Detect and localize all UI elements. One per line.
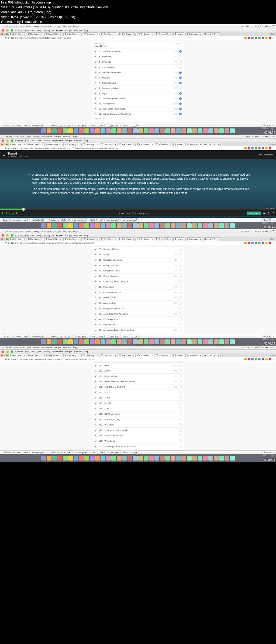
chrome-menu-item[interactable]: Window: [74, 234, 82, 237]
lesson-item[interactable]: 41.@Configuration: [92, 316, 184, 322]
download-item[interactable]: adv of oop.jpeg ▾: [122, 451, 139, 454]
dashboard-link[interactable]: Go to Dashboard: [257, 154, 273, 156]
dock-app-icon[interactable]: [84, 456, 89, 461]
window-close[interactable]: [1, 355, 3, 356]
play-icon[interactable]: [94, 253, 97, 256]
browser-tab[interactable]: Inbox (1,3)…×: [203, 143, 220, 146]
reload-button[interactable]: ↻: [5, 147, 7, 149]
mac-menu-item[interactable]: Bookmarks: [42, 346, 52, 349]
dock-app-icon[interactable]: [95, 128, 100, 133]
tab-close-icon[interactable]: ×: [97, 238, 98, 240]
extension-icon[interactable]: [248, 37, 250, 39]
tab-close-icon[interactable]: ×: [218, 33, 219, 35]
lesson-item[interactable]: 146.SOAP Encoding: [92, 417, 184, 422]
mac-menu-item[interactable]: History: [33, 25, 39, 28]
browser-tab[interactable]: Code Man…×: [185, 32, 202, 36]
chrome-menu-item[interactable]: Help: [84, 29, 88, 32]
dock-app-icon[interactable]: [225, 456, 229, 461]
browser-tab[interactable]: Wireless R…×: [155, 32, 173, 36]
play-icon[interactable]: [94, 97, 97, 100]
dock-app-icon[interactable]: [79, 223, 84, 228]
chrome-menu-item[interactable]: Chrome: [15, 350, 23, 353]
browser-tab[interactable]: The Comp…×: [81, 237, 99, 241]
dock-app-icon[interactable]: [111, 339, 116, 344]
dock-app-icon[interactable]: [138, 456, 143, 461]
mac-menu-item[interactable]: People: [54, 230, 61, 233]
search-icon[interactable]: ⌕: [270, 135, 271, 138]
play-icon[interactable]: [94, 370, 97, 372]
lesson-item[interactable]: 141.WSDL: [92, 390, 184, 395]
dock-app-icon[interactable]: [63, 456, 68, 461]
chrome-menu-item[interactable]: File: [25, 139, 29, 142]
chrome-menu-item[interactable]: Chrome: [15, 29, 23, 32]
chevron-down-icon[interactable]: ▾: [102, 219, 103, 221]
tab-close-icon[interactable]: ×: [60, 33, 61, 35]
browser-tab[interactable]: Home×: [173, 143, 185, 146]
mac-menu-item[interactable]: People: [54, 25, 61, 28]
reload-button[interactable]: ↻: [5, 358, 7, 360]
play-icon[interactable]: [94, 71, 97, 74]
dock-app-icon[interactable]: [187, 223, 192, 228]
mac-menu-item[interactable]: Help: [73, 25, 77, 28]
dock-app-icon[interactable]: [47, 456, 51, 461]
chrome-menu-item[interactable]: Edit: [31, 139, 34, 142]
play-icon[interactable]: [94, 413, 97, 415]
dock-app-icon[interactable]: [187, 339, 192, 344]
dock-app-icon[interactable]: [41, 128, 46, 133]
lesson-item[interactable]: 32.Lifecycle of Bean1:04: [92, 268, 184, 273]
download-item[interactable]: TextWrangler_5.5.2.dmg ▾: [47, 218, 71, 222]
download-item[interactable]: Kotlin (1).pptx ▾: [89, 218, 105, 222]
play-icon[interactable]: [94, 323, 97, 326]
lesson-item[interactable]: 28.Scopes of Bean: [92, 246, 184, 252]
lesson-item[interactable]: 39.Empty String Injection: [92, 306, 184, 311]
mac-menu-item[interactable]: Bookmarks: [42, 135, 52, 138]
dock-app-icon[interactable]: [90, 223, 95, 228]
minimize-button[interactable]: [6, 139, 9, 142]
continue-button[interactable]: Continue ›: [247, 212, 261, 215]
browser-tab[interactable]: IntelliJ dow…×: [8, 237, 26, 241]
chrome-menu-item[interactable]: Bookmarks: [52, 139, 63, 142]
extension-icon[interactable]: [251, 147, 254, 149]
mac-menu-item[interactable]: View: [26, 25, 30, 28]
back-button[interactable]: ‹: [2, 147, 2, 149]
reload-button[interactable]: ↻: [5, 242, 7, 244]
browser-tab[interactable]: The Comp…×: [100, 32, 118, 36]
browser-tab[interactable]: The Comp…×: [118, 32, 136, 36]
maximize-button[interactable]: [11, 29, 13, 32]
extension-icon[interactable]: [251, 358, 254, 360]
extension-icon[interactable]: [269, 37, 271, 39]
chrome-menu-item[interactable]: Window: [74, 29, 82, 32]
dock-app-icon[interactable]: [198, 223, 202, 228]
window-max[interactable]: [6, 144, 8, 145]
url-text[interactable]: https://www.udemy.com/the-advance-java-i…: [19, 358, 94, 360]
download-item[interactable]: oop_eva.jpeg ▾: [106, 218, 121, 222]
forward-button[interactable]: ›: [4, 147, 4, 149]
dock-app-icon[interactable]: [181, 339, 186, 344]
download-item[interactable]: TextWrangler_5.5.2.dmg ▾: [47, 451, 71, 454]
minimize-button[interactable]: [6, 29, 9, 32]
dock-app-icon[interactable]: [74, 456, 78, 461]
browser-tab[interactable]: IntelliJ dow…×: [8, 354, 26, 357]
extension-icon[interactable]: [248, 147, 250, 149]
tab-close-icon[interactable]: ×: [152, 33, 153, 35]
dock-app-icon[interactable]: [79, 456, 84, 461]
dock-app-icon[interactable]: [68, 223, 73, 228]
chrome-menu-item[interactable]: People: [65, 234, 72, 237]
browser-tab[interactable]: Java SE De…×: [44, 237, 63, 241]
dock-app-icon[interactable]: [230, 456, 235, 461]
tab-close-icon[interactable]: ×: [97, 33, 98, 35]
dock-app-icon[interactable]: [214, 456, 219, 461]
chevron-down-icon[interactable]: ▾: [118, 124, 119, 126]
mac-menu-item[interactable]: Edit: [20, 230, 24, 233]
dock-app-icon[interactable]: [144, 339, 149, 344]
dock-app-icon[interactable]: [154, 339, 159, 344]
mac-menu-item[interactable]: Chrome: [5, 346, 12, 349]
tab-close-icon[interactable]: ×: [24, 238, 25, 240]
download-item[interactable]: core java.jpeg ▾: [73, 218, 88, 222]
menu-icon[interactable]: ☰: [272, 135, 274, 138]
forward-button[interactable]: ↻: [16, 212, 18, 214]
lesson-item[interactable]: 7.Static Initializer1:19✓: [92, 80, 184, 85]
maximize-button[interactable]: [11, 350, 13, 353]
browser-tab[interactable]: The Advan…×: [136, 354, 154, 357]
dock-app-icon[interactable]: [154, 128, 159, 133]
